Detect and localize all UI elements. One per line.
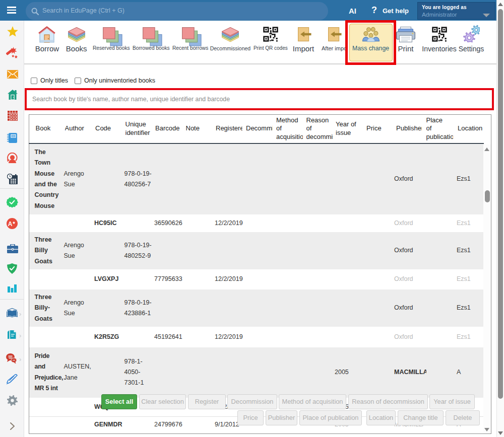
svg-text:A: A [8, 221, 13, 228]
